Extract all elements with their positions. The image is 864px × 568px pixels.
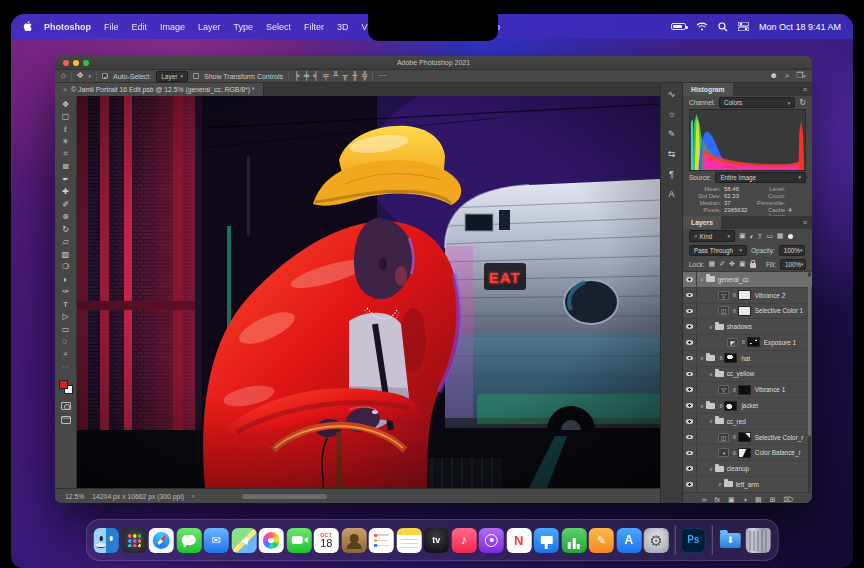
- add-mask-icon[interactable]: ▣: [728, 496, 735, 504]
- layer-row-vibrance-2[interactable]: ▽8Vibrance 2: [683, 288, 812, 304]
- move-tool[interactable]: ✥: [57, 98, 75, 111]
- dock-app-store-icon[interactable]: A: [616, 528, 641, 553]
- character-panel-icon[interactable]: A: [668, 189, 674, 199]
- edit-toolbar-icon[interactable]: ⋯: [62, 363, 69, 371]
- eye-icon[interactable]: [686, 309, 693, 314]
- layer-filter-icon-4[interactable]: ▦: [777, 232, 784, 240]
- link-layers-icon[interactable]: ∞: [702, 496, 707, 503]
- lasso-tool[interactable]: ℓ: [57, 123, 75, 136]
- visibility-cell[interactable]: [683, 367, 697, 382]
- brush-tool[interactable]: ✐: [57, 198, 75, 211]
- menu-item-filter[interactable]: Filter: [304, 22, 324, 32]
- clone-stamp-tool[interactable]: ⊛: [57, 211, 75, 224]
- eye-icon[interactable]: [686, 451, 693, 456]
- new-group-icon[interactable]: ▤: [755, 496, 762, 504]
- quick-mask-icon[interactable]: [61, 402, 71, 410]
- align-distribute-icon-5[interactable]: ╥: [342, 72, 348, 80]
- layer-mask-thumbnail[interactable]: [724, 353, 737, 363]
- visibility-cell[interactable]: [683, 445, 697, 460]
- zoom-tool[interactable]: ⌕: [57, 348, 75, 361]
- eye-icon[interactable]: [686, 419, 693, 424]
- share-icon[interactable]: ☻: [769, 72, 777, 80]
- eraser-tool[interactable]: ▱: [57, 236, 75, 249]
- dock-notes-icon[interactable]: [396, 528, 421, 553]
- workspace-switcher-icon[interactable]: ❐▾: [796, 72, 806, 80]
- menu-item-edit[interactable]: Edit: [132, 22, 148, 32]
- layer-style-icon[interactable]: fx: [715, 496, 720, 503]
- status-chevron-icon[interactable]: ›: [192, 493, 194, 500]
- dock-system-preferences-icon[interactable]: ⚙: [644, 528, 669, 553]
- menu-item-photoshop[interactable]: Photoshop: [44, 22, 91, 32]
- expand-chevron-icon[interactable]: ∨: [709, 418, 713, 424]
- close-document-icon[interactable]: ×: [63, 86, 67, 93]
- history-brush-tool[interactable]: ↻: [57, 223, 75, 236]
- eye-icon[interactable]: [686, 482, 693, 487]
- visibility-cell[interactable]: [683, 398, 697, 413]
- dock-launchpad-icon[interactable]: [121, 528, 146, 553]
- dock-music-icon[interactable]: ♪: [451, 528, 476, 553]
- layer-mask-thumbnail[interactable]: [738, 385, 751, 395]
- canvas-area[interactable]: EAT: [77, 96, 660, 488]
- horizontal-scrollbar[interactable]: [242, 494, 327, 499]
- filter-pin-toggle[interactable]: [788, 234, 793, 239]
- color-swatches[interactable]: [59, 380, 73, 394]
- layer-mask-thumbnail[interactable]: [738, 432, 751, 442]
- crop-tool[interactable]: ⌗: [57, 148, 75, 161]
- move-tool-preset-icon[interactable]: ✥: [77, 72, 84, 80]
- dock-contacts-icon[interactable]: [341, 528, 366, 553]
- show-transform-checkbox[interactable]: [193, 73, 199, 79]
- frame-tool[interactable]: ⊠: [57, 161, 75, 174]
- expand-chevron-icon[interactable]: ∨: [700, 355, 704, 361]
- wifi-icon[interactable]: [696, 22, 708, 31]
- layer-row-selective-color_r[interactable]: ◫8Selective Color_r: [683, 430, 812, 446]
- visibility-cell[interactable]: [683, 430, 697, 445]
- visibility-cell[interactable]: [683, 477, 697, 492]
- search-icon[interactable]: ⌕: [785, 72, 789, 80]
- window-titlebar[interactable]: Adobe Photoshop 2021: [55, 56, 812, 69]
- layer-row-jacket[interactable]: ∨8jacket: [683, 398, 812, 414]
- dock-photos-icon[interactable]: [259, 528, 284, 553]
- layer-mask-thumbnail[interactable]: [738, 306, 751, 316]
- menubar-clock[interactable]: Mon Oct 18 9:41 AM: [759, 22, 841, 32]
- eye-icon[interactable]: [686, 293, 693, 298]
- dock-pages-icon[interactable]: ✎: [589, 528, 614, 553]
- menu-item-image[interactable]: Image: [160, 22, 185, 32]
- panel-menu-icon[interactable]: ≡: [803, 86, 807, 93]
- eye-icon[interactable]: [686, 466, 693, 471]
- eye-icon[interactable]: [686, 403, 693, 408]
- align-distribute-icon-7[interactable]: ╬: [362, 72, 368, 80]
- visibility-cell[interactable]: [683, 304, 697, 319]
- clone-source-panel-icon[interactable]: ⇆: [668, 149, 676, 159]
- dock-facetime-icon[interactable]: [286, 528, 311, 553]
- menu-item-type[interactable]: Type: [234, 22, 254, 32]
- zoom-level[interactable]: 12.5%: [65, 493, 84, 500]
- dodge-tool[interactable]: ◐: [57, 273, 75, 286]
- brush-settings-panel-icon[interactable]: ✎: [668, 129, 676, 139]
- gradient-tool[interactable]: ▨: [57, 248, 75, 261]
- delete-layer-icon[interactable]: ⌦: [783, 496, 793, 504]
- layer-row-cc_red[interactable]: ∨cc_red: [683, 414, 812, 430]
- visibility-cell[interactable]: [683, 461, 697, 476]
- adjustment-layer-icon[interactable]: ◑: [743, 496, 747, 503]
- visibility-cell[interactable]: [683, 288, 697, 303]
- rectangle-tool[interactable]: ▭: [57, 323, 75, 336]
- battery-indicator[interactable]: [671, 23, 686, 30]
- layer-mask-thumbnail[interactable]: [738, 448, 751, 458]
- dock-calendar-icon[interactable]: OCT18: [314, 528, 339, 553]
- dock-reminders-icon[interactable]: [369, 528, 394, 553]
- expand-chevron-icon[interactable]: ∨: [709, 371, 713, 377]
- layer-row-shadows[interactable]: ∨shadows: [683, 319, 812, 335]
- blur-tool[interactable]: ❍: [57, 261, 75, 274]
- layer-filter-dropdown[interactable]: ⌕Kind▾: [689, 230, 735, 242]
- refresh-histogram-icon[interactable]: ↻: [799, 98, 806, 107]
- dock-safari-icon[interactable]: [149, 528, 174, 553]
- layer-row-exposure-1[interactable]: ◩8Exposure 1: [683, 335, 812, 351]
- eye-icon[interactable]: [686, 356, 693, 361]
- align-distribute-icon-1[interactable]: ╪: [304, 72, 310, 80]
- brushes-panel-icon[interactable]: ∿: [668, 89, 676, 99]
- align-distribute-icon-6[interactable]: ╫: [352, 72, 358, 80]
- dock-photoshop-icon[interactable]: Ps: [681, 528, 706, 553]
- menu-item-3d[interactable]: 3D: [337, 22, 349, 32]
- layer-mask-thumbnail[interactable]: [724, 401, 737, 411]
- dock-finder-icon[interactable]: [94, 528, 119, 553]
